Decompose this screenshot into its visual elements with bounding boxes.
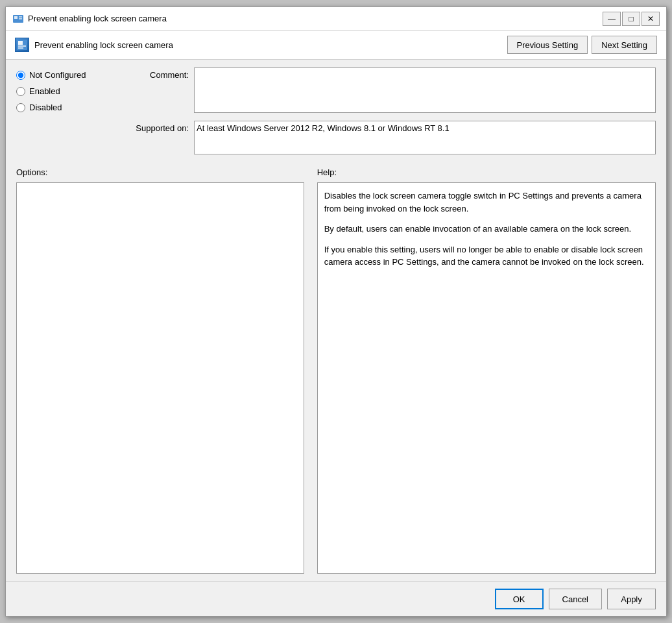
dialog-window: Prevent enabling lock screen camera — □ … (5, 6, 667, 617)
next-setting-button[interactable]: Next Setting (592, 36, 657, 54)
help-column: Disables the lock screen camera toggle s… (317, 182, 656, 574)
title-bar-title: Prevent enabling lock screen camera (28, 14, 167, 23)
enabled-radio[interactable] (16, 87, 25, 96)
help-para-3: If you enable this setting, users will n… (324, 243, 649, 269)
help-para-1: Disables the lock screen camera toggle s… (324, 189, 649, 215)
options-column (16, 182, 304, 574)
options-section-label: Options: (16, 167, 304, 177)
title-bar: Prevent enabling lock screen camera — □ … (6, 7, 666, 31)
not-configured-radio[interactable] (16, 71, 25, 80)
options-box (16, 182, 304, 574)
svg-rect-7 (18, 47, 23, 49)
fields-section: Comment: Supported on: (130, 67, 656, 154)
dialog-header: Prevent enabling lock screen camera Prev… (6, 31, 666, 60)
supported-label: Supported on: (130, 121, 189, 133)
header-buttons: Previous Setting Next Setting (507, 36, 658, 54)
header-title: Prevent enabling lock screen camera (34, 40, 173, 50)
dialog-header-left: Prevent enabling lock screen camera (15, 38, 173, 52)
svg-rect-2 (19, 16, 22, 18)
policy-icon (15, 38, 29, 52)
close-button[interactable]: ✕ (642, 12, 660, 26)
restore-button[interactable]: □ (622, 12, 640, 26)
section-labels: Options: Help: (16, 167, 656, 177)
enabled-label: Enabled (29, 86, 60, 96)
disabled-option[interactable]: Disabled (16, 103, 120, 112)
disabled-label: Disabled (29, 103, 62, 112)
svg-rect-1 (14, 16, 18, 19)
comment-label: Comment: (130, 67, 189, 80)
help-para-2: By default, users can enable invocation … (324, 223, 649, 236)
dialog-body: Not Configured Enabled Disabled Comment: (6, 60, 666, 581)
supported-field-row: Supported on: (130, 121, 656, 154)
svg-rect-6 (18, 45, 26, 47)
svg-rect-5 (18, 41, 23, 45)
comment-textarea[interactable] (194, 67, 656, 113)
help-section-label: Help: (317, 167, 656, 177)
supported-textarea (194, 121, 656, 154)
comment-field-row: Comment: (130, 67, 656, 113)
help-box: Disables the lock screen camera toggle s… (317, 182, 656, 574)
top-section: Not Configured Enabled Disabled Comment: (16, 67, 656, 154)
title-bar-controls: — □ ✕ (603, 12, 660, 26)
apply-button[interactable]: Apply (607, 589, 656, 609)
window-icon (12, 13, 24, 25)
title-bar-left: Prevent enabling lock screen camera (12, 13, 167, 25)
previous-setting-button[interactable]: Previous Setting (507, 36, 588, 54)
ok-button[interactable]: OK (495, 589, 544, 609)
cancel-button[interactable]: Cancel (549, 589, 602, 609)
svg-rect-3 (19, 18, 22, 19)
not-configured-option[interactable]: Not Configured (16, 70, 120, 80)
enabled-option[interactable]: Enabled (16, 86, 120, 96)
dialog-footer: OK Cancel Apply (6, 581, 666, 616)
options-help-section: Disables the lock screen camera toggle s… (16, 182, 656, 574)
not-configured-label: Not Configured (29, 70, 86, 80)
radio-group: Not Configured Enabled Disabled (16, 67, 120, 154)
minimize-button[interactable]: — (603, 12, 621, 26)
disabled-radio[interactable] (16, 103, 25, 112)
